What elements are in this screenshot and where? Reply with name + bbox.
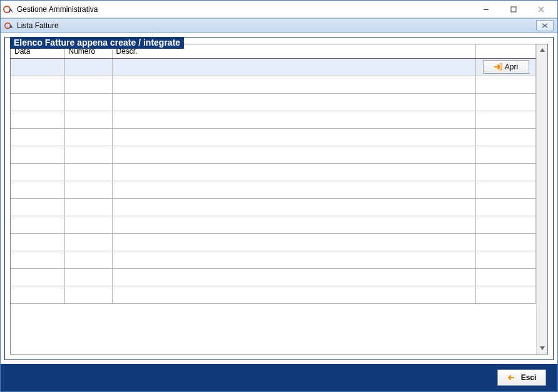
- cell-numero[interactable]: [64, 251, 112, 268]
- open-arrow-icon: [494, 63, 502, 71]
- grid-vertical-scrollbar[interactable]: [536, 44, 547, 354]
- minimize-button[interactable]: [472, 1, 500, 18]
- app-icon: A: [3, 4, 13, 14]
- child-close-button[interactable]: [536, 20, 554, 31]
- cell-action: Apri: [476, 58, 536, 76]
- svg-text:A: A: [9, 24, 13, 29]
- group-legend: Elenco Fatture appena create / integrate: [10, 37, 184, 49]
- cell-action: [476, 93, 536, 111]
- cell-numero[interactable]: [64, 163, 112, 181]
- grid-scroll-region: Data Numero Descr. Apri: [11, 44, 536, 354]
- cell-descr[interactable]: [112, 93, 476, 111]
- outer-window: A Gestione Amministrativa A Lista Fattur…: [0, 0, 558, 392]
- cell-numero[interactable]: [64, 216, 112, 233]
- cell-numero[interactable]: [64, 146, 112, 163]
- table-row[interactable]: [11, 128, 536, 146]
- table-row[interactable]: [11, 198, 536, 216]
- cell-data[interactable]: [11, 58, 64, 76]
- invoices-grid[interactable]: Data Numero Descr. Apri: [11, 44, 536, 304]
- child-window-title: Lista Fatture: [17, 21, 59, 30]
- cell-numero[interactable]: [64, 233, 112, 251]
- cell-numero[interactable]: [64, 198, 112, 216]
- footer-bar: Esci: [1, 364, 557, 391]
- cell-descr[interactable]: [112, 233, 476, 251]
- cell-data[interactable]: [11, 181, 64, 198]
- open-button-label: Apri: [505, 63, 518, 71]
- table-row[interactable]: [11, 268, 536, 286]
- cell-descr[interactable]: [112, 146, 476, 163]
- cell-action: [476, 76, 536, 93]
- cell-descr[interactable]: [112, 216, 476, 233]
- cell-data[interactable]: [11, 163, 64, 181]
- child-window-icon: A: [4, 21, 13, 30]
- table-row[interactable]: [11, 233, 536, 251]
- cell-descr[interactable]: [112, 58, 476, 76]
- cell-numero[interactable]: [64, 268, 112, 286]
- table-row[interactable]: Apri: [11, 58, 536, 76]
- cell-data[interactable]: [11, 76, 64, 93]
- table-row[interactable]: [11, 111, 536, 128]
- cell-action: [476, 181, 536, 198]
- close-button[interactable]: [527, 1, 555, 18]
- cell-data[interactable]: [11, 111, 64, 128]
- table-row[interactable]: [11, 216, 536, 233]
- cell-action: [476, 286, 536, 303]
- cell-action: [476, 128, 536, 146]
- col-header-action: [476, 44, 536, 58]
- table-row[interactable]: [11, 251, 536, 268]
- window-title: Gestione Amministrativa: [17, 5, 98, 14]
- cell-data[interactable]: [11, 286, 64, 303]
- cell-action: [476, 233, 536, 251]
- scroll-up-icon[interactable]: [538, 46, 547, 54]
- cell-action: [476, 146, 536, 163]
- cell-numero[interactable]: [64, 93, 112, 111]
- cell-action: [476, 163, 536, 181]
- table-row[interactable]: [11, 76, 536, 93]
- cell-data[interactable]: [11, 93, 64, 111]
- cell-descr[interactable]: [112, 198, 476, 216]
- exit-button[interactable]: Esci: [497, 369, 546, 386]
- cell-data[interactable]: [11, 251, 64, 268]
- cell-numero[interactable]: [64, 181, 112, 198]
- cell-data[interactable]: [11, 128, 64, 146]
- open-button[interactable]: Apri: [483, 60, 529, 74]
- cell-action: [476, 251, 536, 268]
- maximize-button[interactable]: [500, 1, 527, 18]
- cell-action: [476, 198, 536, 216]
- cell-descr[interactable]: [112, 76, 476, 93]
- cell-action: [476, 216, 536, 233]
- cell-descr[interactable]: [112, 268, 476, 286]
- content-area: Elenco Fatture appena create / integrate…: [1, 33, 557, 364]
- table-row[interactable]: [11, 163, 536, 181]
- cell-descr[interactable]: [112, 181, 476, 198]
- cell-data[interactable]: [11, 233, 64, 251]
- cell-numero[interactable]: [64, 128, 112, 146]
- cell-data[interactable]: [11, 198, 64, 216]
- cell-descr[interactable]: [112, 286, 476, 303]
- cell-descr[interactable]: [112, 111, 476, 128]
- svg-rect-3: [511, 7, 516, 12]
- cell-data[interactable]: [11, 146, 64, 163]
- cell-descr[interactable]: [112, 163, 476, 181]
- cell-numero[interactable]: [64, 58, 112, 76]
- exit-button-label: Esci: [521, 373, 537, 382]
- invoices-groupbox: Elenco Fatture appena create / integrate…: [4, 37, 554, 360]
- table-row[interactable]: [11, 181, 536, 198]
- cell-action: [476, 111, 536, 128]
- cell-descr[interactable]: [112, 128, 476, 146]
- scroll-down-icon[interactable]: [538, 344, 547, 353]
- cell-action: [476, 268, 536, 286]
- grid-container: Data Numero Descr. Apri: [10, 44, 548, 354]
- svg-rect-2: [484, 9, 489, 10]
- table-row[interactable]: [11, 146, 536, 163]
- cell-data[interactable]: [11, 216, 64, 233]
- cell-data[interactable]: [11, 268, 64, 286]
- svg-rect-6: [500, 64, 502, 70]
- cell-descr[interactable]: [112, 251, 476, 268]
- table-row[interactable]: [11, 93, 536, 111]
- cell-numero[interactable]: [64, 286, 112, 303]
- cell-numero[interactable]: [64, 76, 112, 93]
- titlebar-inner: A Lista Fatture: [1, 18, 557, 33]
- table-row[interactable]: [11, 286, 536, 303]
- cell-numero[interactable]: [64, 111, 112, 128]
